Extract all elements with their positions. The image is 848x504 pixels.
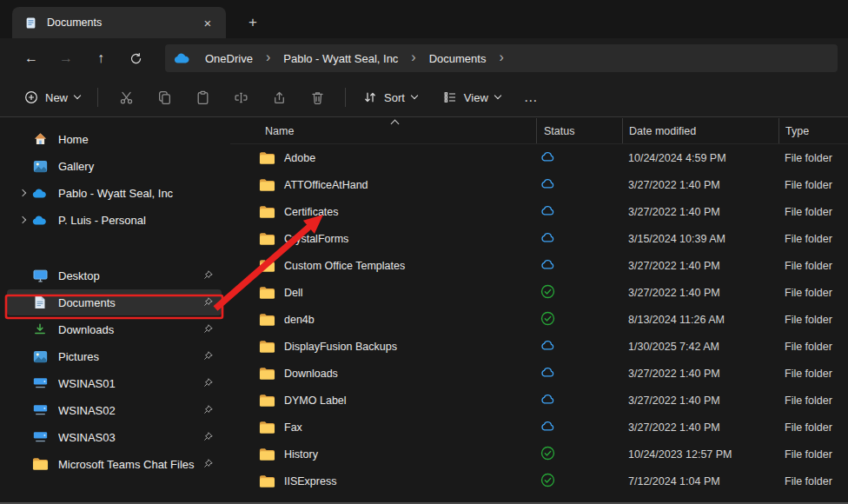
status-cell <box>536 230 622 248</box>
date-modified: 3/27/2022 1:40 PM <box>622 395 778 407</box>
sidebar-item-label: Downloads <box>58 323 222 336</box>
cloud-status-icon <box>540 176 555 194</box>
onedrive-icon <box>31 212 49 228</box>
date-modified: 1/30/2025 7:42 AM <box>622 341 778 353</box>
breadcrumb-onedrive[interactable]: OneDrive <box>199 50 259 68</box>
new-button[interactable]: New <box>16 84 89 110</box>
sidebar: HomeGalleryPablo - Wyatt Seal, IncP. Lui… <box>0 118 230 502</box>
delete-button[interactable] <box>300 83 335 112</box>
name-cell: Downloads <box>230 367 536 381</box>
file-row-downloads[interactable]: Downloads3/27/2022 1:40 PMFile folder <box>230 360 848 387</box>
breadcrumb-separator: › <box>404 50 422 67</box>
chevron-down-icon <box>411 92 418 99</box>
cloud-status-icon <box>540 149 555 167</box>
sidebar-item-pictures[interactable]: Pictures <box>7 343 222 369</box>
file-row-fax[interactable]: Fax3/27/2022 1:40 PMFile folder <box>230 414 848 441</box>
pin-icon <box>202 350 214 364</box>
sidebar-item-p-luis-personal[interactable]: P. Luis - Personal <box>7 207 222 233</box>
date-modified: 3/27/2022 1:40 PM <box>622 368 778 380</box>
sidebar-item-downloads[interactable]: Downloads <box>7 316 222 342</box>
command-toolbar: New Sort <box>0 78 848 117</box>
file-type: File folder <box>778 152 848 164</box>
sidebar-item-label: WSINAS01 <box>58 377 222 390</box>
file-row-displayfusion-backups[interactable]: DisplayFusion Backups1/30/2025 7:42 AMFi… <box>230 333 848 360</box>
file-name: CrystalForms <box>284 233 348 245</box>
pin-icon <box>202 269 214 283</box>
folder-icon <box>259 151 275 165</box>
sidebar-item-wsinas02[interactable]: WSINAS02 <box>7 397 222 423</box>
sidebar-item-gallery[interactable]: Gallery <box>7 153 222 179</box>
column-header-name[interactable]: Name <box>230 118 536 143</box>
share-button[interactable] <box>262 83 296 112</box>
file-name: Custom Office Templates <box>284 260 405 272</box>
more-options-button[interactable]: … <box>516 90 546 105</box>
rename-button[interactable] <box>223 83 258 112</box>
sort-ascending-icon <box>391 120 400 129</box>
breadcrumb-separator: › <box>259 50 277 67</box>
column-header-type[interactable]: Type <box>778 118 848 143</box>
file-row-attofficeathand[interactable]: ATTOfficeAtHand3/27/2022 1:40 PMFile fol… <box>230 171 848 198</box>
file-row-certificates[interactable]: Certificates3/27/2022 1:40 PMFile folder <box>230 198 848 225</box>
chevron-down-icon <box>494 92 501 99</box>
file-row-dymo-label[interactable]: DYMO Label3/27/2022 1:40 PMFile folder <box>230 387 848 414</box>
file-row-iisexpress[interactable]: IISExpress7/12/2024 1:04 PMFile folder <box>230 468 848 494</box>
name-cell: DYMO Label <box>230 394 536 408</box>
file-row-adobe[interactable]: Adobe10/24/2024 4:59 PMFile folder <box>230 144 848 171</box>
sidebar-item-home[interactable]: Home <box>7 126 222 152</box>
name-cell: Adobe <box>230 151 536 165</box>
sidebar-item-wsinas01[interactable]: WSINAS01 <box>7 370 222 396</box>
cloud-status-icon <box>540 419 555 436</box>
file-type: File folder <box>778 179 848 191</box>
sidebar-section-gap <box>0 234 230 262</box>
sort-button[interactable]: Sort <box>354 84 426 110</box>
paste-button[interactable] <box>185 83 220 112</box>
breadcrumb-documents[interactable]: Documents <box>423 50 493 68</box>
name-cell: Fax <box>230 421 536 434</box>
status-cell <box>536 446 622 463</box>
file-row-dell[interactable]: Dell3/27/2022 1:40 PMFile folder <box>230 279 848 306</box>
synced-status-icon <box>540 284 555 302</box>
tab-close-button[interactable]: × <box>195 11 221 34</box>
sidebar-item-microsoft-teams-chat-files[interactable]: Microsoft Teams Chat Files <box>7 451 222 477</box>
folder-icon <box>259 205 275 219</box>
folder-icon <box>31 456 49 472</box>
file-row-crystalforms[interactable]: CrystalForms3/15/2024 10:39 AMFile folde… <box>230 225 848 252</box>
file-name: Dell <box>284 287 303 299</box>
copy-button[interactable] <box>147 83 182 112</box>
forward-button[interactable]: → <box>49 43 83 73</box>
back-button[interactable]: ← <box>14 43 49 73</box>
pin-icon <box>202 404 214 418</box>
cloud-status-icon <box>540 203 555 221</box>
file-row-den4b[interactable]: den4b8/13/2024 11:26 AMFile folder <box>230 306 848 333</box>
file-row-custom-office-templates[interactable]: Custom Office Templates3/27/2022 1:40 PM… <box>230 252 848 279</box>
sidebar-item-desktop[interactable]: Desktop <box>7 262 222 288</box>
cut-button[interactable] <box>109 83 143 112</box>
date-modified: 3/27/2022 1:40 PM <box>622 421 778 434</box>
column-header-status[interactable]: Status <box>536 118 622 143</box>
breadcrumb-account[interactable]: Pablo - Wyatt Seal, Inc <box>277 50 404 68</box>
view-button[interactable]: View <box>434 84 509 110</box>
file-type: File folder <box>778 395 848 407</box>
file-type: File folder <box>778 206 848 218</box>
expand-chevron-icon[interactable] <box>14 190 31 196</box>
tab-documents[interactable]: Documents × <box>12 7 226 38</box>
sidebar-item-label: Desktop <box>58 269 222 282</box>
column-header-date-modified[interactable]: Date modified <box>622 118 778 143</box>
name-cell: ATTOfficeAtHand <box>230 178 536 192</box>
sidebar-item-wsinas03[interactable]: WSINAS03 <box>7 424 222 450</box>
tab-title: Documents <box>47 17 195 29</box>
pin-icon <box>202 458 214 472</box>
sidebar-item-pablo-wyatt-seal-inc[interactable]: Pablo - Wyatt Seal, Inc <box>7 180 222 206</box>
file-name: Adobe <box>284 152 315 164</box>
folder-icon <box>259 421 275 434</box>
new-tab-button[interactable]: + <box>240 10 266 35</box>
file-name: ATTOfficeAtHand <box>284 179 368 191</box>
date-modified: 7/12/2024 1:04 PM <box>622 475 778 487</box>
date-modified: 8/13/2024 11:26 AM <box>622 314 778 326</box>
up-button[interactable]: ↑ <box>83 43 118 73</box>
expand-chevron-icon[interactable] <box>14 217 31 222</box>
refresh-button[interactable] <box>118 43 153 73</box>
sidebar-item-label: WSINAS02 <box>58 404 222 417</box>
file-row-history[interactable]: History10/24/2023 12:57 PMFile folder <box>230 441 848 468</box>
sidebar-item-documents[interactable]: Documents <box>7 289 222 315</box>
